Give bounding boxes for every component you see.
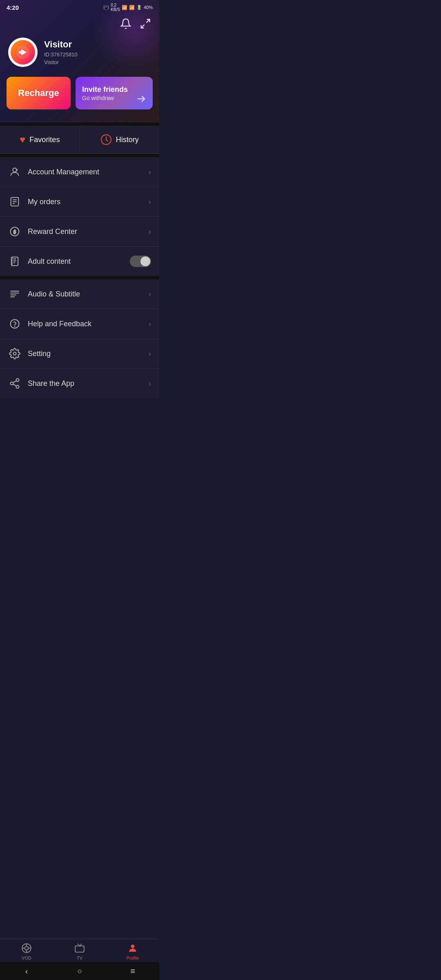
adult-icon (8, 255, 21, 268)
reward-icon: $ (8, 225, 21, 238)
svg-point-19 (14, 326, 15, 326)
status-time: 4:20 (7, 4, 19, 11)
orders-label: My orders (28, 198, 149, 206)
recharge-label: Recharge (18, 88, 59, 98)
audio-arrow: › (149, 290, 151, 298)
menu-item-help[interactable]: Help and Feedback › (0, 309, 159, 339)
avatar-logo (11, 40, 35, 65)
recharge-button[interactable]: Recharge (7, 77, 71, 109)
menu-item-reward[interactable]: $ Reward Center › (0, 217, 159, 247)
share-label: Share the App (28, 379, 149, 388)
setting-arrow: › (149, 350, 151, 358)
wifi-icon: 📶 (122, 5, 127, 10)
account-icon (8, 165, 21, 178)
account-label: Account Management (28, 168, 149, 176)
orders-arrow: › (149, 198, 151, 206)
signal-icon: 📶 (129, 5, 135, 10)
help-label: Help and Feedback (28, 320, 149, 328)
adult-label: Adult content (28, 257, 130, 266)
setting-label: Setting (28, 350, 149, 358)
menu-item-adult[interactable]: Adult content (0, 247, 159, 276)
audio-icon (8, 287, 21, 301)
share-arrow: › (149, 379, 151, 388)
menu-item-setting[interactable]: Setting › (0, 339, 159, 369)
data-speed: 0.2KB/S (111, 3, 120, 12)
profile-section: Visitor ID:376725810 Visitor (0, 34, 159, 74)
invite-title: Invite friends (82, 85, 128, 94)
svg-line-24 (13, 384, 16, 386)
section-divider-1 (0, 122, 159, 126)
status-bar: 4:20 📳 0.2KB/S 📶 📶 🔋 40% (0, 0, 159, 13)
history-label: History (116, 136, 139, 144)
profile-id: ID:376725810 (44, 51, 78, 58)
svg-line-25 (13, 381, 16, 383)
notification-button[interactable] (118, 16, 133, 31)
section-gap-1 (0, 154, 159, 157)
action-buttons: Recharge Invite friends Go withdraw (0, 74, 159, 116)
menu-item-share[interactable]: Share the App › (0, 369, 159, 398)
invite-button[interactable]: Invite friends Go withdraw (76, 77, 153, 109)
svg-point-22 (11, 382, 13, 385)
reward-arrow: › (149, 227, 151, 236)
favorites-label: Favorites (29, 136, 60, 144)
reward-label: Reward Center (28, 227, 149, 236)
svg-point-20 (13, 352, 16, 355)
section-gap-2 (0, 276, 159, 279)
vibrate-icon: 📳 (103, 5, 109, 10)
top-actions (0, 13, 159, 34)
quick-actions: ♥ Favorites History (0, 126, 159, 154)
svg-point-4 (19, 51, 22, 53)
account-arrow: › (149, 168, 151, 176)
favorites-button[interactable]: ♥ Favorites (0, 126, 80, 154)
menu-section-1: Account Management › My orders › $ (0, 157, 159, 276)
svg-point-23 (16, 385, 19, 388)
svg-line-0 (146, 20, 149, 23)
battery-percent: 40% (144, 5, 153, 10)
toggle-thumb (140, 256, 150, 266)
toggle-track (130, 256, 151, 267)
heart-icon: ♥ (20, 134, 25, 145)
menu-item-account[interactable]: Account Management › (0, 157, 159, 187)
menu-section-2: Audio & Subtitle › Help and Feedback › (0, 279, 159, 398)
fullscreen-button[interactable] (138, 16, 153, 31)
history-button[interactable]: History (80, 126, 160, 154)
settings-icon (8, 347, 21, 360)
profile-badge: Visitor (44, 59, 78, 65)
menu-item-orders[interactable]: My orders › (0, 187, 159, 217)
orders-icon (8, 195, 21, 208)
profile-info: Visitor ID:376725810 Visitor (44, 39, 78, 65)
share-icon (8, 377, 21, 390)
adult-content-toggle[interactable] (130, 256, 151, 267)
svg-point-21 (16, 379, 19, 381)
svg-line-1 (141, 24, 145, 28)
profile-name: Visitor (44, 39, 78, 50)
status-icons: 📳 0.2KB/S 📶 📶 🔋 40% (103, 3, 153, 12)
help-icon (8, 317, 21, 330)
menu-item-audio[interactable]: Audio & Subtitle › (0, 279, 159, 309)
help-arrow: › (149, 320, 151, 328)
audio-label: Audio & Subtitle (28, 290, 149, 298)
clock-icon (100, 134, 112, 145)
avatar[interactable] (8, 38, 38, 67)
invite-subtitle: Go withdraw (82, 95, 114, 101)
battery-icon: 🔋 (136, 5, 142, 10)
svg-text:$: $ (13, 229, 16, 235)
svg-point-6 (13, 168, 16, 172)
